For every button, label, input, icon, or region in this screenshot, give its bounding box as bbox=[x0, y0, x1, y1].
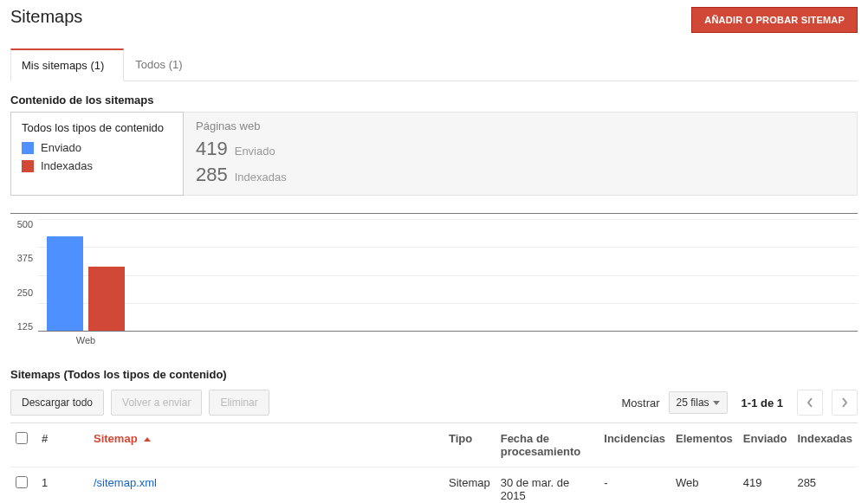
chevron-right-icon bbox=[841, 397, 848, 408]
page-info: 1-1 de 1 bbox=[742, 397, 783, 409]
stat-indexed-label: Indexadas bbox=[235, 171, 287, 184]
row-checkbox[interactable] bbox=[16, 476, 28, 488]
rows-select[interactable]: 25 filas bbox=[669, 391, 728, 414]
bar-enviado bbox=[47, 236, 83, 331]
cell-type: Sitemap bbox=[444, 468, 496, 504]
swatch-sent-icon bbox=[22, 142, 34, 154]
tab-my-sitemaps[interactable]: Mis sitemaps (1) bbox=[10, 48, 124, 81]
col-sent[interactable]: Enviado bbox=[738, 423, 793, 468]
table-row: 1/sitemap.xmlSitemap30 de mar. de 2015-W… bbox=[10, 468, 858, 504]
select-all-checkbox[interactable] bbox=[16, 432, 28, 444]
download-all-button[interactable]: Descargar todo bbox=[10, 390, 104, 416]
next-page-button[interactable] bbox=[832, 390, 858, 416]
legend-box: Todos los tipos de contenido Enviado Ind… bbox=[10, 112, 184, 196]
col-issues[interactable]: Incidencias bbox=[599, 423, 670, 468]
ytick-375: 375 bbox=[10, 253, 33, 263]
chart-yaxis: 500 375 250 125 bbox=[10, 219, 38, 332]
stats-title: Páginas web bbox=[196, 119, 845, 132]
col-num[interactable]: # bbox=[36, 423, 88, 468]
cell-num: 1 bbox=[36, 468, 88, 504]
tabs: Mis sitemaps (1) Todos (1) bbox=[10, 48, 858, 81]
bar-indexadas bbox=[88, 267, 125, 331]
col-sitemap[interactable]: Sitemap bbox=[88, 423, 444, 468]
col-indexed[interactable]: Indexadas bbox=[792, 423, 858, 468]
chevron-down-icon bbox=[713, 401, 720, 405]
stats-box: Páginas web 419 Enviado 285 Indexadas bbox=[183, 112, 858, 196]
ytick-500: 500 bbox=[10, 219, 33, 229]
col-sitemap-label: Sitemap bbox=[94, 432, 138, 445]
stat-sent-label: Enviado bbox=[235, 145, 275, 158]
ytick-125: 125 bbox=[10, 321, 33, 332]
col-elements[interactable]: Elementos bbox=[670, 423, 738, 468]
chart-xaxis: Web bbox=[38, 332, 858, 345]
cell-issues: - bbox=[599, 468, 670, 504]
delete-button[interactable]: Eliminar bbox=[209, 390, 269, 416]
ytick-250: 250 bbox=[10, 287, 33, 298]
sitemap-link[interactable]: /sitemap.xml bbox=[94, 476, 157, 489]
legend-indexed-label: Indexadas bbox=[41, 159, 93, 172]
resend-button[interactable]: Volver a enviar bbox=[111, 390, 202, 416]
cell-indexed: 285 bbox=[792, 468, 858, 504]
prev-page-button[interactable] bbox=[797, 390, 823, 416]
legend-title: Todos los tipos de contenido bbox=[22, 121, 172, 134]
cell-sent: 419 bbox=[738, 468, 793, 504]
rows-select-value: 25 filas bbox=[677, 397, 709, 409]
col-type[interactable]: Tipo bbox=[444, 423, 496, 468]
chart: 500 375 250 125 bbox=[10, 213, 858, 332]
tab-all[interactable]: Todos (1) bbox=[124, 48, 202, 81]
swatch-indexed-icon bbox=[22, 160, 34, 172]
cell-elements: Web bbox=[670, 468, 738, 504]
sitemaps-table: # Sitemap Tipo Fecha de procesamiento In… bbox=[10, 422, 858, 503]
show-label: Mostrar bbox=[621, 397, 659, 409]
chart-area bbox=[38, 219, 858, 332]
page-title: Sitemaps bbox=[10, 7, 82, 27]
chevron-left-icon bbox=[806, 397, 813, 408]
cell-processed: 30 de mar. de 2015 bbox=[496, 468, 599, 504]
legend-sent-label: Enviado bbox=[41, 141, 81, 154]
legend-item-sent: Enviado bbox=[22, 141, 172, 154]
sort-asc-icon bbox=[144, 437, 151, 442]
table-heading: Sitemaps (Todos los tipos de contenido) bbox=[10, 368, 858, 381]
legend-item-indexed: Indexadas bbox=[22, 159, 172, 172]
content-heading: Contenido de los sitemaps bbox=[10, 94, 858, 106]
col-processed[interactable]: Fecha de procesamiento bbox=[496, 423, 599, 468]
stat-indexed-value: 285 bbox=[196, 164, 228, 186]
stat-sent-value: 419 bbox=[196, 138, 228, 160]
add-test-sitemap-button[interactable]: AÑADIR O PROBAR SITEMAP bbox=[691, 7, 858, 33]
xtick-web: Web bbox=[47, 335, 125, 345]
